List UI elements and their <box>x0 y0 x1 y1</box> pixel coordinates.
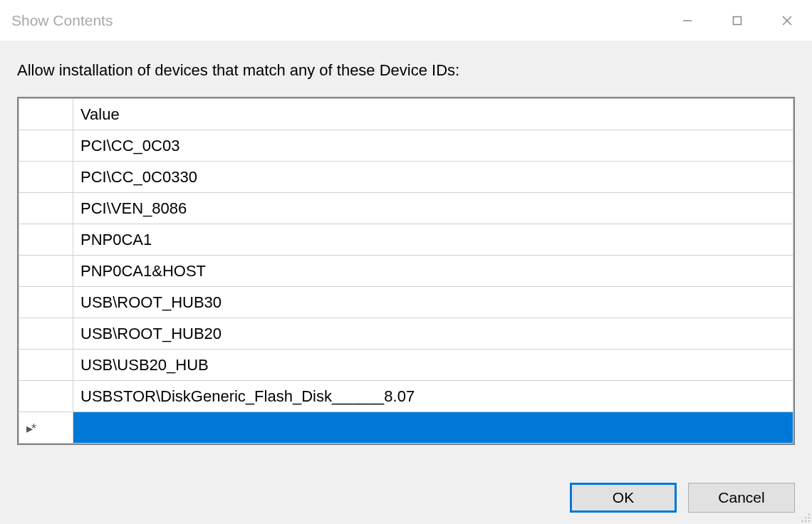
grid-new-row[interactable]: ▸* <box>19 412 793 444</box>
grid-header-marker <box>19 99 73 130</box>
row-marker[interactable] <box>19 381 73 412</box>
minimize-button[interactable] <box>662 0 712 41</box>
row-value-cell[interactable]: PNP0CA1&HOST <box>73 256 793 287</box>
grid-header-value[interactable]: Value <box>73 99 793 130</box>
grid-row[interactable]: USBSTOR\DiskGeneric_Flash_Disk______8.07 <box>19 381 793 412</box>
grid-row[interactable]: PNP0CA1 <box>19 224 793 256</box>
row-marker[interactable] <box>19 256 73 287</box>
grid-row[interactable]: USB\ROOT_HUB20 <box>19 318 793 350</box>
row-marker[interactable] <box>19 162 73 193</box>
maximize-button[interactable] <box>712 0 762 41</box>
dialog-body: Allow installation of devices that match… <box>0 41 812 524</box>
row-value-cell[interactable]: USB\USB20_HUB <box>73 350 793 381</box>
close-button[interactable] <box>762 0 812 41</box>
window-title: Show Contents <box>11 12 113 29</box>
grid-row[interactable]: PNP0CA1&HOST <box>19 256 793 287</box>
values-grid[interactable]: Value PCI\CC_0C03PCI\CC_0C0330PCI\VEN_80… <box>17 97 795 445</box>
row-value-cell[interactable]: PNP0CA1 <box>73 224 793 256</box>
row-marker[interactable] <box>19 130 73 162</box>
row-value-cell[interactable]: PCI\VEN_8086 <box>73 193 793 224</box>
row-marker[interactable] <box>19 287 73 318</box>
row-value-cell[interactable]: USB\ROOT_HUB30 <box>73 287 793 318</box>
new-row-marker[interactable]: ▸* <box>19 412 73 444</box>
row-marker[interactable] <box>19 350 73 381</box>
row-value-cell[interactable]: PCI\CC_0C03 <box>73 130 793 162</box>
new-row-marker-icon: ▸* <box>26 421 35 436</box>
row-marker[interactable] <box>19 193 73 224</box>
new-row-value-cell[interactable] <box>73 412 793 444</box>
window-controls <box>662 0 812 41</box>
grid-row[interactable]: USB\USB20_HUB <box>19 350 793 381</box>
ok-button[interactable]: OK <box>570 483 677 513</box>
row-value-cell[interactable]: USBSTOR\DiskGeneric_Flash_Disk______8.07 <box>73 381 793 412</box>
grid-row[interactable]: PCI\VEN_8086 <box>19 193 793 224</box>
row-value-cell[interactable]: USB\ROOT_HUB20 <box>73 318 793 350</box>
svg-rect-1 <box>734 17 741 25</box>
grid-row[interactable]: USB\ROOT_HUB30 <box>19 287 793 318</box>
row-marker[interactable] <box>19 318 73 350</box>
grid-header-row: Value <box>19 99 793 130</box>
minimize-icon <box>682 15 693 26</box>
close-icon <box>781 15 793 26</box>
prompt-label: Allow installation of devices that match… <box>17 61 795 80</box>
cancel-button[interactable]: Cancel <box>688 483 795 513</box>
row-value-cell[interactable]: PCI\CC_0C0330 <box>73 162 793 193</box>
grid-row[interactable]: PCI\CC_0C03 <box>19 130 793 162</box>
grid-row[interactable]: PCI\CC_0C0330 <box>19 162 793 193</box>
titlebar: Show Contents <box>0 0 812 41</box>
maximize-icon <box>732 15 743 26</box>
dialog-footer: OK Cancel <box>17 468 795 513</box>
row-marker[interactable] <box>19 224 73 256</box>
